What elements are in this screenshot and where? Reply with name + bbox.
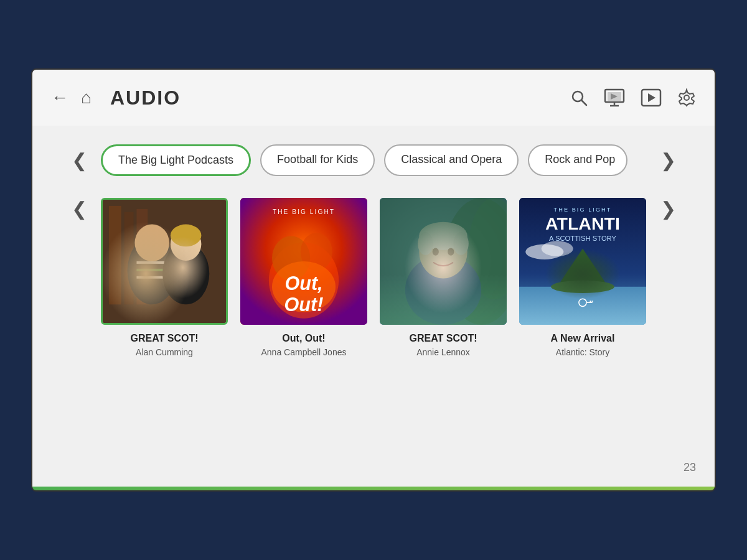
card-thumbnail-annie (380, 198, 507, 325)
categories-pills: The Big Light Podcasts Football for Kids… (101, 144, 646, 176)
svg-text:A SCOTTISH STORY: A SCOTTISH STORY (549, 235, 616, 242)
category-big-light[interactable]: The Big Light Podcasts (101, 144, 251, 176)
svg-rect-14 (136, 209, 148, 304)
card-subtitle-great-scot-annie: Annie Lennox (416, 347, 470, 357)
svg-text:THE BIG LIGHT: THE BIG LIGHT (273, 208, 335, 215)
svg-point-37 (418, 232, 433, 255)
category-rock[interactable]: Rock and Pop (528, 144, 627, 176)
header: ← ⌂ AUDIO (32, 70, 715, 126)
card-thumbnail-atlantic: THE BIG LIGHT ATLANTI A SCOTTISH STORY (519, 198, 646, 325)
svg-rect-13 (125, 212, 134, 305)
screen: ← ⌂ AUDIO (31, 68, 716, 492)
svg-text:Out,: Out, (284, 273, 322, 294)
svg-point-15 (128, 236, 177, 304)
svg-text:THE BIG LIGHT: THE BIG LIGHT (554, 207, 612, 213)
card-image-out-out: Out, Out! THE BIG LIGHT (240, 198, 367, 325)
media-card-out-out[interactable]: Out, Out! THE BIG LIGHT Out, Out! Anna C… (240, 198, 367, 357)
svg-point-9 (684, 95, 689, 100)
svg-rect-10 (103, 200, 226, 323)
svg-line-1 (581, 100, 586, 105)
category-classical[interactable]: Classical and Opera (384, 144, 519, 176)
page-number: 23 (684, 461, 696, 474)
play-icon[interactable] (641, 88, 662, 107)
svg-rect-31 (380, 198, 507, 325)
svg-point-33 (469, 198, 507, 299)
card-subtitle-new-arrival: Atlantic: Story (556, 347, 609, 357)
svg-point-39 (433, 248, 439, 256)
svg-rect-42 (519, 287, 646, 325)
svg-marker-45 (557, 249, 608, 287)
media-cards: GREAT SCOT! Alan Cumming (101, 198, 646, 357)
page-title: AUDIO (110, 86, 181, 110)
card-image-great-scot-annie (380, 198, 507, 325)
cast-icon[interactable] (604, 88, 625, 107)
svg-point-20 (162, 243, 209, 304)
categories-prev-button[interactable]: ❮ (70, 149, 88, 171)
content-area: ❮ The Big Light Podcasts Football for Ki… (32, 126, 715, 487)
card-title-great-scot-annie: GREAT SCOT! (409, 332, 477, 345)
category-football[interactable]: Football for Kids (260, 144, 375, 176)
card-subtitle-out-out: Anna Campbell Jones (261, 347, 347, 357)
svg-point-34 (405, 255, 481, 325)
categories-next-button[interactable]: ❯ (659, 149, 677, 171)
home-button[interactable]: ⌂ (81, 88, 92, 108)
categories-row: ❮ The Big Light Podcasts Football for Ki… (32, 144, 715, 176)
back-button[interactable]: ← (51, 88, 68, 108)
media-prev-button[interactable]: ❮ (70, 198, 88, 220)
search-icon[interactable] (570, 88, 588, 107)
header-left: ← ⌂ AUDIO (51, 86, 181, 110)
media-card-new-arrival[interactable]: THE BIG LIGHT ATLANTI A SCOTTISH STORY (519, 198, 646, 357)
media-row: ❮ (32, 198, 715, 357)
card-subtitle-great-scot-alan: Alan Cumming (136, 347, 193, 357)
header-right (570, 88, 696, 107)
svg-text:ATLANTI: ATLANTI (545, 213, 620, 233)
svg-point-44 (542, 241, 573, 256)
media-card-great-scot-annie[interactable]: GREAT SCOT! Annie Lennox (380, 198, 507, 357)
svg-marker-8 (648, 93, 655, 102)
svg-text:Out!: Out! (284, 294, 324, 315)
svg-rect-11 (103, 200, 226, 323)
media-next-button[interactable]: ❯ (659, 198, 677, 220)
svg-point-38 (453, 232, 468, 255)
svg-point-16 (134, 225, 169, 261)
card-image-new-arrival: THE BIG LIGHT ATLANTI A SCOTTISH STORY (519, 198, 646, 325)
svg-point-21 (171, 228, 202, 261)
svg-rect-17 (136, 261, 167, 264)
card-thumbnail-alan (103, 200, 226, 323)
svg-point-46 (551, 281, 614, 293)
svg-point-32 (443, 198, 507, 325)
svg-point-40 (448, 248, 454, 256)
card-title-great-scot-alan: GREAT SCOT! (130, 332, 198, 345)
svg-point-36 (419, 222, 467, 250)
media-card-great-scot-alan[interactable]: GREAT SCOT! Alan Cumming (101, 198, 228, 357)
card-title-out-out: Out, Out! (282, 332, 325, 345)
card-image-great-scot-alan (101, 198, 228, 325)
card-thumbnail-out-out: Out, Out! THE BIG LIGHT (240, 198, 367, 325)
card-title-new-arrival: A New Arrival (551, 332, 615, 345)
svg-rect-19 (136, 276, 167, 279)
svg-point-35 (419, 225, 467, 279)
settings-icon[interactable] (677, 88, 696, 107)
svg-point-22 (171, 225, 202, 247)
svg-rect-12 (109, 206, 121, 304)
svg-rect-18 (136, 269, 167, 271)
